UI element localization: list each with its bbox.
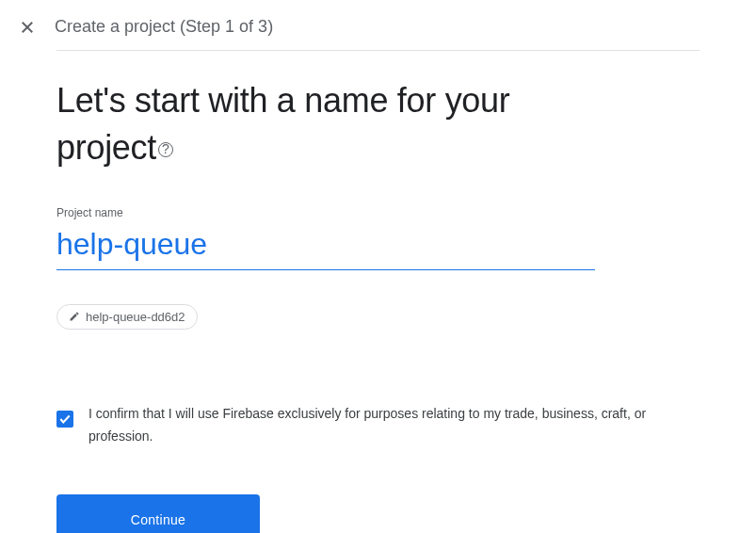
continue-button[interactable]: Continue	[56, 494, 260, 533]
close-icon	[19, 19, 36, 36]
help-icon[interactable]: ?	[158, 142, 173, 157]
confirm-row: I confirm that I will use Firebase exclu…	[56, 403, 700, 448]
project-id-chip[interactable]: help-queue-dd6d2	[56, 304, 198, 330]
heading-section: Let's start with a name for your project…	[56, 77, 546, 172]
dialog-title: Create a project (Step 1 of 3)	[55, 17, 273, 37]
project-id-text: help-queue-dd6d2	[86, 310, 185, 324]
project-name-input[interactable]	[56, 225, 595, 270]
close-button[interactable]	[19, 19, 36, 36]
main-heading: Let's start with a name for your project	[56, 81, 509, 167]
pencil-icon	[69, 311, 80, 322]
confirm-text: I confirm that I will use Firebase exclu…	[88, 403, 700, 448]
project-name-label: Project name	[56, 206, 700, 219]
confirm-checkbox[interactable]	[56, 411, 73, 428]
dialog-header: Create a project (Step 1 of 3)	[0, 0, 756, 50]
divider	[56, 50, 700, 51]
checkmark-icon	[58, 412, 72, 426]
dialog-content: Let's start with a name for your project…	[0, 50, 756, 533]
